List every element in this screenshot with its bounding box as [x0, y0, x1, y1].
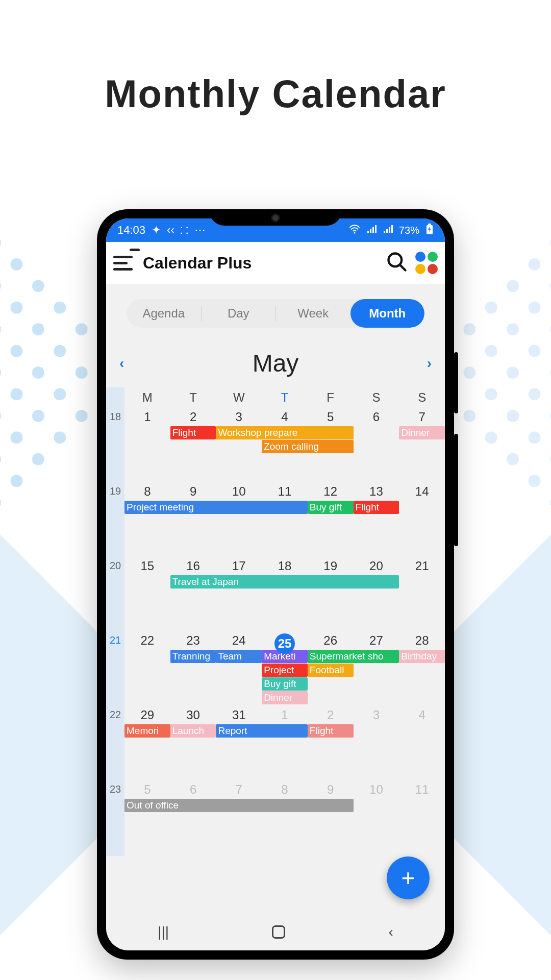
next-month-button[interactable]: › [427, 355, 432, 372]
day-cell[interactable]: 29 [124, 708, 170, 722]
svg-point-0 [354, 232, 356, 233]
event-chip[interactable]: Flight [354, 501, 399, 514]
day-cell[interactable]: 14 [399, 484, 445, 499]
tab-month[interactable]: Month [350, 299, 425, 328]
days-row: 15161718192021 [124, 558, 445, 573]
tab-agenda[interactable]: Agenda [127, 299, 201, 328]
day-cell[interactable]: 28 [399, 633, 445, 654]
dow-label: F [308, 390, 354, 405]
day-cell[interactable]: 9 [170, 484, 216, 499]
day-cell[interactable]: 21 [399, 559, 445, 573]
search-icon[interactable] [386, 251, 408, 275]
event-chip[interactable]: Dinner [262, 691, 308, 704]
recents-button[interactable]: ||| [158, 924, 169, 940]
day-cell[interactable]: 24 [216, 633, 262, 654]
back-button[interactable]: ‹ [389, 924, 393, 940]
svg-rect-2 [428, 224, 431, 225]
day-cell[interactable]: 3 [216, 410, 262, 424]
day-cell[interactable]: 1 [262, 708, 308, 722]
day-cell[interactable]: 7 [216, 782, 262, 797]
plus-icon: + [402, 864, 415, 892]
day-cell[interactable]: 31 [216, 708, 262, 722]
day-cell[interactable]: 25 [262, 633, 308, 654]
day-cell[interactable]: 15 [124, 559, 170, 573]
day-cell[interactable]: 11 [399, 782, 445, 797]
phone-screen: 14:03 ✦ ‹‹ ⸬ ⋯ 73% [106, 218, 445, 950]
event-chip[interactable]: Dinner [399, 426, 445, 439]
day-cell[interactable]: 2 [170, 410, 216, 424]
day-cell[interactable]: 23 [170, 633, 216, 654]
prev-month-button[interactable]: ‹ [119, 355, 124, 372]
day-cell[interactable]: 16 [170, 559, 216, 573]
dow-label: W [216, 390, 262, 405]
day-cell[interactable]: 26 [308, 633, 354, 654]
menu-icon[interactable] [113, 252, 136, 274]
home-button[interactable] [272, 925, 285, 939]
week-number: 22 [106, 709, 124, 721]
month-navigator: ‹ May › [106, 328, 445, 387]
calendar-grid: MTWTFSS 181234567FlightWorkshop prepareZ… [106, 387, 445, 856]
day-cell[interactable]: 4 [399, 708, 445, 722]
event-chip[interactable]: Project meeting [124, 501, 308, 514]
event-chip[interactable]: Workshop prepare [216, 426, 353, 439]
event-chip[interactable]: Launch [170, 724, 216, 738]
event-chip[interactable]: Out of office [124, 799, 354, 812]
day-cell[interactable]: 5 [308, 410, 354, 424]
event-chip[interactable]: Football [308, 664, 354, 677]
day-cell[interactable]: 8 [124, 484, 170, 499]
day-cell[interactable]: 7 [399, 410, 445, 424]
dow-label: M [124, 390, 170, 405]
week-number: 20 [106, 560, 124, 572]
day-cell[interactable]: 17 [216, 559, 262, 573]
month-label[interactable]: May [253, 349, 299, 377]
day-cell[interactable]: 5 [124, 782, 170, 797]
day-cell[interactable]: 3 [354, 708, 399, 722]
day-cell[interactable]: 11 [262, 484, 308, 499]
day-cell[interactable]: 2 [308, 708, 354, 722]
dow-label: T [170, 390, 216, 405]
weeks-container: 181234567FlightWorkshop prepareZoom call… [124, 409, 445, 856]
day-cell[interactable]: 20 [354, 559, 399, 573]
voice-icon: ⸬ [181, 224, 188, 237]
day-cell[interactable]: 27 [354, 633, 399, 654]
more-status-icon: ⋯ [194, 224, 206, 237]
apps-icon[interactable] [415, 252, 438, 274]
week-number: 21 [106, 634, 124, 646]
view-switch: Agenda Day Week Month [127, 299, 424, 328]
phone-frame: 14:03 ✦ ‹‹ ⸬ ⋯ 73% [97, 209, 454, 960]
day-cell[interactable]: 12 [308, 484, 354, 499]
day-cell[interactable]: 19 [308, 559, 354, 573]
day-cell[interactable]: 1 [124, 410, 170, 424]
tab-day[interactable]: Day [202, 299, 276, 328]
day-cell[interactable]: 6 [170, 782, 216, 797]
day-cell[interactable]: 8 [262, 782, 308, 797]
days-row: 22232425262728 [124, 632, 445, 654]
event-chip[interactable]: Zoom calling [262, 440, 353, 453]
day-cell[interactable]: 13 [354, 484, 399, 499]
day-cell[interactable]: 6 [354, 410, 399, 424]
day-cell[interactable]: 30 [170, 708, 216, 722]
add-event-fab[interactable]: + [387, 856, 430, 899]
days-row: 2930311234 [124, 707, 445, 722]
tab-week[interactable]: Week [276, 299, 350, 328]
event-chip[interactable]: Buy gift [308, 501, 354, 514]
event-chip[interactable]: Buy gift [262, 677, 308, 691]
week-number: 18 [106, 411, 124, 423]
event-chip[interactable]: Travel at Japan [170, 575, 399, 589]
day-cell[interactable]: 10 [216, 484, 262, 499]
day-of-week-row: MTWTFSS [124, 387, 445, 409]
day-cell[interactable]: 18 [262, 559, 308, 573]
event-chip[interactable]: Project [262, 664, 308, 677]
event-chip[interactable]: Memori [124, 724, 170, 738]
event-chip[interactable]: Flight [308, 724, 354, 738]
day-cell[interactable]: 4 [262, 410, 308, 424]
event-chip[interactable]: Report [216, 724, 307, 738]
day-cell[interactable]: 22 [124, 633, 170, 654]
apps-dot-blue [415, 252, 425, 262]
calendar-week: 23567891011Out of office [124, 781, 445, 856]
day-cell[interactable]: 9 [308, 782, 354, 797]
battery-percent: 73% [399, 225, 419, 236]
event-chip[interactable]: Flight [170, 426, 216, 439]
days-row: 567891011 [124, 781, 445, 797]
day-cell[interactable]: 10 [354, 782, 399, 797]
